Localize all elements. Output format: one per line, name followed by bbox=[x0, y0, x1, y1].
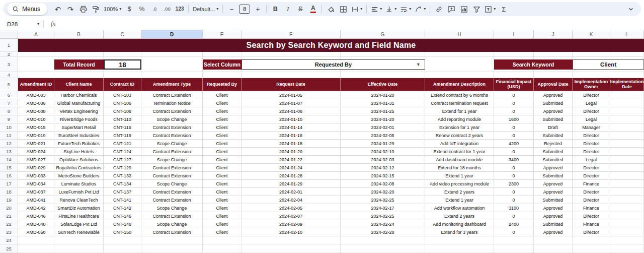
row-header-6[interactable]: 6 bbox=[0, 91, 18, 99]
table-cell[interactable]: Client bbox=[203, 180, 242, 188]
table-cell[interactable]: Legal bbox=[573, 115, 610, 123]
table-cell[interactable] bbox=[610, 99, 644, 107]
increase-font-size-button[interactable]: + bbox=[252, 3, 264, 15]
table-cell[interactable]: Termination Notice bbox=[141, 99, 203, 107]
table-cell[interactable]: Renew contract 2 years bbox=[425, 132, 494, 140]
table-cell[interactable]: CNT-148 bbox=[104, 220, 141, 228]
row-header-11[interactable]: 11 bbox=[0, 132, 18, 140]
table-cell[interactable]: CNT-137 bbox=[104, 188, 141, 196]
table-cell[interactable]: Extend 2 years bbox=[425, 188, 494, 196]
table-cell[interactable]: Legal bbox=[573, 99, 610, 107]
table-cell[interactable]: CNT-141 bbox=[104, 196, 141, 204]
table-cell[interactable]: Submitted bbox=[534, 220, 573, 228]
table-cell[interactable]: Approved bbox=[534, 212, 573, 220]
table-cell[interactable]: 2024-02-08 bbox=[341, 180, 425, 188]
table-cell[interactable]: AMD-024 bbox=[18, 148, 54, 156]
table-cell[interactable]: AMD-029 bbox=[18, 164, 54, 172]
cell-J24[interactable] bbox=[534, 236, 573, 244]
table-cell[interactable]: CNT-124 bbox=[104, 148, 141, 156]
row-header-19[interactable]: 19 bbox=[0, 196, 18, 204]
cell-B25[interactable] bbox=[54, 244, 104, 253]
table-cell[interactable]: Manager bbox=[573, 123, 610, 132]
table-cell[interactable]: CNT-106 bbox=[104, 99, 141, 107]
table-cell[interactable]: EuroSteel Industries bbox=[54, 132, 104, 140]
table-cell[interactable]: Director bbox=[573, 148, 610, 156]
table-cell[interactable]: Client bbox=[203, 212, 242, 220]
column-header-I[interactable]: I bbox=[494, 30, 534, 39]
table-cell[interactable]: CNT-127 bbox=[104, 156, 141, 164]
table-cell[interactable]: SkyLine Hotels bbox=[54, 148, 104, 156]
column-header-H[interactable]: H bbox=[425, 30, 494, 39]
table-cell[interactable]: Client bbox=[203, 91, 242, 99]
table-cell[interactable]: 0 bbox=[494, 107, 534, 115]
table-cell[interactable]: Submitted bbox=[534, 148, 573, 156]
cell-J25[interactable] bbox=[534, 244, 573, 253]
table-cell[interactable]: Vertex Engineering bbox=[54, 107, 104, 115]
cell-A2[interactable] bbox=[18, 52, 54, 57]
merge-cells-button[interactable]: ▾ bbox=[350, 3, 364, 15]
table-cell[interactable]: Approved bbox=[534, 164, 573, 172]
table-cell[interactable]: Add workflow automation bbox=[425, 204, 494, 212]
table-cell[interactable]: Submitted bbox=[534, 99, 573, 107]
cell-F25[interactable] bbox=[242, 244, 341, 253]
cell-J4[interactable] bbox=[534, 72, 573, 78]
table-cell[interactable]: Contract Extension bbox=[141, 228, 203, 236]
table-cell[interactable]: 2024-02-10 bbox=[341, 148, 425, 156]
table-cell[interactable]: Contract Extension bbox=[141, 107, 203, 115]
table-cell[interactable]: 2024-02-12 bbox=[341, 164, 425, 172]
table-cell[interactable]: Submitted bbox=[534, 196, 573, 204]
table-cell[interactable]: LuxeFurnish Pvt Ltd bbox=[54, 188, 104, 196]
row-header-25[interactable]: 25 bbox=[0, 244, 18, 253]
cell-E4[interactable] bbox=[203, 72, 242, 78]
table-cell[interactable]: Approved bbox=[534, 228, 573, 236]
table-cell[interactable]: Extend contract by 6 months bbox=[425, 91, 494, 99]
table-cell[interactable]: 0 bbox=[494, 91, 534, 99]
table-cell[interactable]: 2024-02-25 bbox=[341, 196, 425, 204]
table-cell[interactable]: Client bbox=[203, 115, 242, 123]
table-cell[interactable]: Submitted bbox=[534, 156, 573, 164]
table-cell[interactable]: RoyalInfra Contractors bbox=[54, 164, 104, 172]
table-cell[interactable]: Director bbox=[573, 172, 610, 180]
table-cell[interactable]: CNT-121 bbox=[104, 140, 141, 148]
table-cell[interactable] bbox=[610, 123, 644, 132]
row-header-2[interactable]: 2 bbox=[0, 52, 18, 57]
table-cell[interactable]: 2024-01-28 bbox=[242, 172, 341, 180]
table-cell[interactable]: 2024-02-25 bbox=[341, 212, 425, 220]
table-cell[interactable]: Submitted bbox=[534, 132, 573, 140]
filter-views-button[interactable]: ▾ bbox=[483, 3, 497, 15]
table-cell[interactable]: 2024-02-01 bbox=[341, 123, 425, 132]
table-cell[interactable] bbox=[610, 115, 644, 123]
column-header-L[interactable]: L bbox=[610, 30, 644, 39]
table-cell[interactable]: AMD-041 bbox=[18, 196, 54, 204]
cell-A25[interactable] bbox=[18, 244, 54, 253]
table-cell[interactable]: AMD-027 bbox=[18, 156, 54, 164]
cell-K25[interactable] bbox=[573, 244, 610, 253]
table-cell[interactable]: Extend 1 year bbox=[425, 196, 494, 204]
table-cell[interactable]: CNT-110 bbox=[104, 115, 141, 123]
cell-B4[interactable] bbox=[54, 72, 104, 78]
table-cell[interactable]: Contract Extension bbox=[141, 164, 203, 172]
table-cell[interactable]: Contract Extension bbox=[141, 123, 203, 132]
zoom-select[interactable]: 100% ▾ bbox=[102, 3, 123, 15]
insert-chart-button[interactable] bbox=[458, 3, 470, 15]
table-cell[interactable]: 2024-02-03 bbox=[341, 156, 425, 164]
redo-button[interactable]: ↷ bbox=[64, 3, 76, 15]
row-header-8[interactable]: 8 bbox=[0, 107, 18, 115]
cell-J2[interactable] bbox=[534, 52, 573, 57]
table-cell[interactable]: 3100 bbox=[494, 204, 534, 212]
table-cell[interactable]: Approved bbox=[534, 180, 573, 188]
table-cell[interactable]: 2024-02-10 bbox=[242, 228, 341, 236]
cell-H24[interactable] bbox=[425, 236, 494, 244]
table-cell[interactable]: 2024-01-22 bbox=[242, 156, 341, 164]
table-cell[interactable]: Harbor Chemicals bbox=[54, 91, 104, 99]
cell-G2[interactable] bbox=[341, 52, 425, 57]
table-cell[interactable]: Scope Change bbox=[141, 115, 203, 123]
table-cell[interactable]: Extend 2 years bbox=[425, 212, 494, 220]
table-cell[interactable]: FutureTech Robotics bbox=[54, 140, 104, 148]
table-cell[interactable]: 2024-02-05 bbox=[341, 132, 425, 140]
table-cell[interactable]: Finance bbox=[573, 204, 610, 212]
table-cell[interactable]: Director bbox=[573, 132, 610, 140]
table-cell[interactable]: Scope Change bbox=[141, 204, 203, 212]
table-cell[interactable]: 2024-01-18 bbox=[242, 140, 341, 148]
table-cell[interactable]: Legal bbox=[573, 156, 610, 164]
